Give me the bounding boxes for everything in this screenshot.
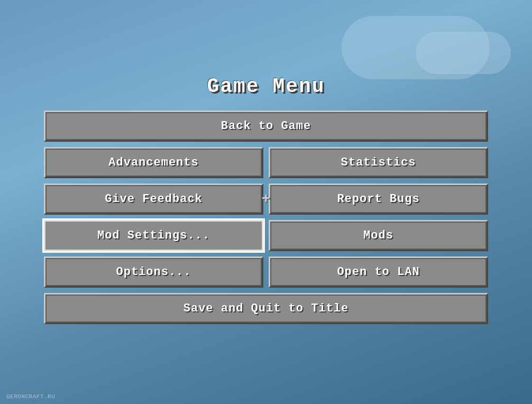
open-to-lan-button[interactable]: Open to LAN — [269, 256, 488, 288]
back-to-game-button[interactable]: Back to Game — [44, 111, 488, 142]
game-menu-title: Game Menu — [207, 75, 325, 98]
row-options-lan: Options... Open to LAN — [44, 256, 488, 288]
plus-icon: + — [262, 191, 271, 207]
row-advancements-statistics: Advancements Statistics — [44, 147, 488, 178]
mods-button[interactable]: Mods — [269, 220, 488, 251]
report-bugs-button[interactable]: Report Bugs — [269, 183, 488, 215]
row-back: Back to Game — [44, 111, 488, 142]
save-and-quit-button[interactable]: Save and Quit to Title — [44, 293, 488, 324]
row-feedback-bugs: Give Feedback + Report Bugs — [44, 183, 488, 215]
mod-settings-button[interactable]: Mod Settings... — [44, 220, 263, 251]
statistics-button[interactable]: Statistics — [269, 147, 488, 178]
options-button[interactable]: Options... — [44, 256, 263, 288]
row-save-quit: Save and Quit to Title — [44, 293, 488, 324]
advancements-button[interactable]: Advancements — [44, 147, 263, 178]
row-mod-settings-mods: Mod Settings... Mods — [44, 220, 488, 251]
menu-container: Game Menu Back to Game Advancements Stat… — [44, 75, 488, 329]
watermark-text: GERONCRAFT.RU — [6, 393, 55, 400]
give-feedback-button[interactable]: Give Feedback — [44, 183, 263, 215]
